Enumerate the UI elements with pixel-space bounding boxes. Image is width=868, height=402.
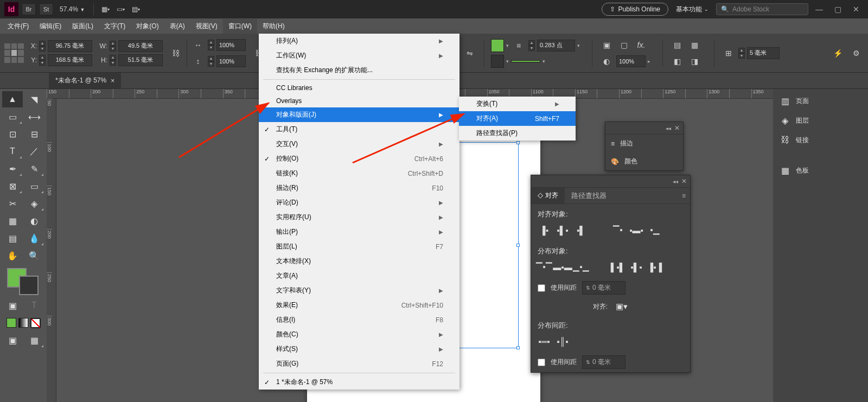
menu-item[interactable]: 对象和版面(J)▶ [259,107,459,122]
text-wrap2-icon[interactable]: ▦ [687,38,702,52]
menu-item[interactable]: 查找有关 Exchange 的扩展功能... [259,63,459,78]
scale-y-icon[interactable]: ↕ [190,54,206,68]
apply-color-row[interactable] [7,318,40,328]
align-to-selection-icon[interactable]: ▣▾ [615,301,628,312]
align-vcenter-icon[interactable]: ▪▬▪ [630,225,643,235]
align-right-icon[interactable]: ▪▌ [575,225,588,235]
menu-item[interactable]: ✓1 *未命名-1 @ 57% [259,375,459,390]
menu-item[interactable]: Overlays [259,94,459,107]
zoom-tool[interactable]: 🔍 [24,247,44,264]
reference-point[interactable] [4,43,24,63]
screen-mode-icon[interactable]: ▭▾ [114,3,126,15]
use-spacing-checkbox-2[interactable] [538,359,545,366]
bridge-button[interactable]: Br [22,3,36,15]
menu-item[interactable]: 颜色(C)▶ [259,327,459,342]
menu-item[interactable]: 图层(L)F7 [259,239,459,254]
fx-icon[interactable]: fx. [634,38,649,52]
stroke-weight-input[interactable]: 0.283 点 [537,40,575,52]
collapse-icon[interactable]: ◂◂ [673,178,678,184]
direct-selection-tool[interactable]: ◥ [24,91,44,107]
eyedropper-tool[interactable]: 💧 [24,230,44,246]
rectangle-frame-tool[interactable]: ⊠ [2,178,23,194]
menu-view[interactable]: 视图(V) [190,19,223,34]
gradient-swatch-tool[interactable]: ▦ [2,213,23,229]
menu-file[interactable]: 文件(F) [2,19,34,34]
dist-left-icon[interactable]: ▌▪▌ [611,261,624,272]
align-bottom-icon[interactable]: ▪▁ [648,225,661,235]
arrange-docs-icon[interactable]: ▤▾ [130,3,142,15]
auto-fit-icon[interactable]: ▣ [599,38,614,52]
free-transform-tool[interactable]: ◈ [24,195,44,212]
stroke-style[interactable] [511,60,540,62]
menu-window[interactable]: 窗口(W) [223,19,257,34]
text-wrap-icon[interactable]: ▤ [669,38,685,52]
stroke-swatch[interactable] [491,55,504,68]
scale-x-icon[interactable]: ↔ [190,38,206,52]
menu-layout[interactable]: 版面(L) [67,19,99,34]
dist-bottom-icon[interactable]: ▁▪▁ [575,261,588,272]
hand-tool[interactable]: ✋ [2,247,23,264]
submenu-item[interactable]: 对齐(A)Shift+F7 [459,111,576,126]
dock-swatches[interactable]: ▦色板 [773,161,868,180]
menu-table[interactable]: 表(A) [164,19,190,34]
dock-pages[interactable]: ▥页面 [773,91,868,111]
use-spacing-checkbox[interactable] [538,284,545,292]
x-input[interactable]: 96.75 毫米 [48,40,92,52]
view-options-icon[interactable]: ▦▾ [99,3,111,15]
y-input[interactable]: 168.5 毫米 [48,54,92,66]
spacing-input[interactable]: ⇅0 毫米 [582,281,626,295]
dist-right-icon[interactable]: ▐▪▐ [648,261,661,272]
opacity-input[interactable]: 100% [616,55,646,67]
menu-item[interactable]: ✓控制(O)Ctrl+Alt+6 [259,151,459,166]
menu-item[interactable]: 工作区(W)▶ [259,48,459,63]
grid-icon[interactable]: ⊞ [721,46,736,60]
menu-item[interactable]: 实用程序(U)▶ [259,210,459,225]
menu-item[interactable]: 排列(A)▶ [259,34,459,48]
stroke-color-panel[interactable]: ◂◂✕ ≡描边 🎨颜色 [605,122,684,171]
dock-links[interactable]: ⛓链接 [773,130,868,150]
workspace-switcher[interactable]: 基本功能⌄ [672,3,713,16]
pen-tool[interactable]: ✒ [2,161,23,177]
content-placer-tool[interactable]: ⊟ [24,126,44,142]
note-tool[interactable]: ▤ [2,230,23,246]
fill-swatch[interactable] [491,39,504,52]
rectangle-tool[interactable]: ▭ [24,178,44,194]
fill-stroke-swatch[interactable] [7,268,40,296]
formatting-container-icon[interactable]: ▣ [2,297,23,314]
dist-vcenter-icon[interactable]: ▬▪▬ [556,261,569,272]
dist-hcenter-icon[interactable]: ▪▌▪ [630,261,643,272]
close-button[interactable]: ✕ [848,4,864,15]
dist-hspace-icon[interactable]: ▪║▪ [556,336,569,347]
submenu-item[interactable]: 路径查找器(P) [459,126,576,141]
panel-menu-icon[interactable]: ≡ [678,192,690,200]
menu-item[interactable]: 链接(K)Ctrl+Shift+D [259,166,459,181]
menu-type[interactable]: 文字(T) [99,19,131,34]
menu-help[interactable]: 帮助(H) [257,19,290,34]
pencil-tool[interactable]: ✎ [24,161,44,177]
menu-item[interactable]: 描边(R)F10 [259,181,459,195]
menu-item[interactable]: 页面(G)F12 [259,356,459,371]
menu-item[interactable]: 输出(P)▶ [259,225,459,239]
scale-y-input[interactable]: 100% [216,55,246,67]
constrain-icon[interactable]: ⛓ [168,46,183,60]
menu-item[interactable]: 信息(I)F8 [259,312,459,327]
page-tool[interactable]: ▭ [2,109,23,125]
line-tool[interactable]: ／ [24,143,44,159]
maximize-button[interactable]: ▢ [830,4,845,15]
corner2-icon[interactable]: ◨ [687,54,702,68]
stroke-panel-item[interactable]: ≡描边 [605,135,683,152]
menu-item[interactable]: 样式(S)▶ [259,342,459,356]
dist-vspace-icon[interactable]: ▪═▪ [538,336,551,347]
frame-fit-icon[interactable]: ▢ [616,38,631,52]
close-icon[interactable]: × [111,77,114,85]
align-tab[interactable]: ◇ 对齐 [531,188,565,203]
align-top-icon[interactable]: ▔▪ [611,225,624,235]
spacing-input-2[interactable]: ⇅0 毫米 [582,355,626,369]
color-panel-item[interactable]: 🎨颜色 [605,152,683,170]
w-input[interactable]: 49.5 毫米 [118,40,163,52]
quick-apply-icon[interactable]: ⚡ [830,46,845,60]
scissors-tool[interactable]: ✂ [2,195,23,212]
close-icon[interactable]: ✕ [674,124,680,132]
menu-icon[interactable]: ⚙ [848,46,864,60]
submenu-item[interactable]: 变换(T)▶ [459,97,576,111]
